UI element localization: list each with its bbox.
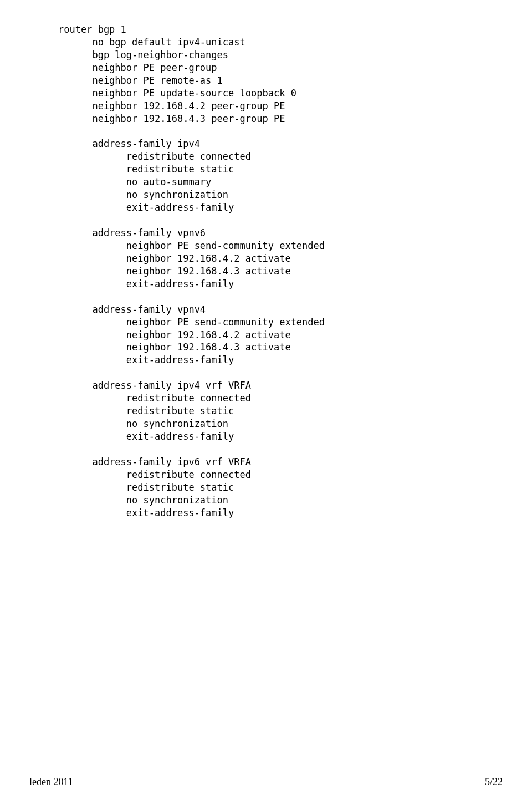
footer-page-number: 5/22: [485, 775, 532, 788]
config-block: router bgp 1 no bgp default ipv4-unicast…: [58, 23, 325, 520]
page-footer: leden 2011 5/22: [0, 775, 532, 788]
footer-date: leden 2011: [0, 775, 73, 788]
page: router bgp 1 no bgp default ipv4-unicast…: [0, 0, 532, 804]
